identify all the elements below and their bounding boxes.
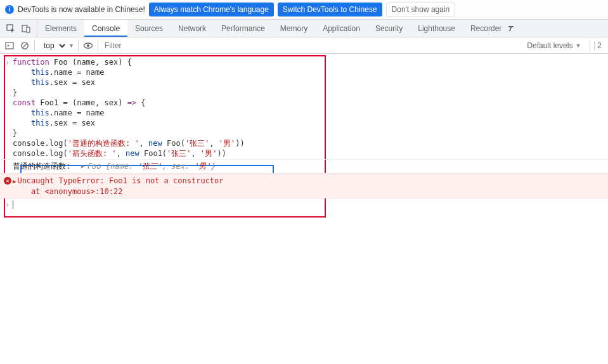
expand-icon[interactable]: ▶: [13, 176, 16, 186]
levels-select[interactable]: Default levels ▼: [522, 41, 586, 50]
tab-elements[interactable]: Elements: [37, 20, 84, 37]
chevron-down-icon: ▼: [68, 42, 74, 49]
inspect-icon[interactable]: [5, 23, 16, 34]
tab-application[interactable]: Application: [315, 20, 368, 37]
divider: [34, 40, 35, 51]
error-icon: ✕: [4, 177, 11, 185]
console-error-row[interactable]: ✕ ▶Uncaught TypeError: Foo1 is not a con…: [0, 174, 608, 198]
console-pane: › function Foo (name, sex) { this.name =…: [0, 54, 608, 210]
console-toolbar: top ▼ Default levels ▼ 2: [0, 37, 608, 54]
toggle-sidebar-icon[interactable]: [4, 40, 15, 51]
clear-console-icon[interactable]: [19, 40, 30, 51]
info-icon: i: [5, 5, 14, 14]
tab-sources[interactable]: Sources: [127, 20, 171, 37]
code-block: function Foo (name, sex) { this.name = n…: [13, 57, 245, 159]
expand-icon[interactable]: ▶: [81, 161, 84, 171]
console-input-row: › function Foo (name, sex) { this.name =…: [0, 56, 608, 159]
tab-network[interactable]: Network: [171, 20, 214, 37]
input-chevron-icon: ›: [4, 58, 11, 68]
text-cursor: [13, 200, 13, 209]
chevron-down-icon: ▼: [575, 42, 581, 49]
match-language-button[interactable]: Always match Chrome's language: [149, 3, 274, 16]
tabs-bar: ElementsConsoleSourcesNetworkPerformance…: [0, 20, 608, 37]
infobar: i DevTools is now available in Chinese! …: [0, 0, 608, 20]
issue-count[interactable]: 2: [594, 41, 604, 50]
divider: [98, 40, 98, 51]
device-toolbar-icon[interactable]: [20, 23, 32, 34]
tab-lighthouse[interactable]: Lighthouse: [410, 20, 463, 37]
tab-memory[interactable]: Memory: [273, 20, 315, 37]
infobar-text: DevTools is now available in Chinese!: [18, 5, 145, 14]
recorder-beta-icon: [505, 23, 517, 34]
context-select[interactable]: top: [39, 39, 67, 52]
tab-console[interactable]: Console: [84, 20, 127, 37]
tab-performance[interactable]: Performance: [214, 20, 273, 37]
tab-recorder[interactable]: Recorder: [463, 20, 509, 37]
console-prompt-row[interactable]: ›: [0, 198, 608, 210]
divider: [78, 40, 79, 51]
filter-input[interactable]: [102, 40, 518, 51]
svg-point-7: [87, 44, 89, 47]
dismiss-button[interactable]: Don't show again: [386, 3, 456, 16]
live-expression-icon[interactable]: [82, 40, 94, 51]
divider: [590, 40, 590, 51]
input-chevron-icon: ›: [4, 200, 11, 210]
switch-chinese-button[interactable]: Switch DevTools to Chinese: [278, 3, 382, 16]
tabs-container: ElementsConsoleSourcesNetworkPerformance…: [37, 20, 509, 37]
console-log-row[interactable]: 普通的构造函数: ▶Foo {name: '张三', sex: '男'}: [0, 159, 608, 174]
tab-security[interactable]: Security: [368, 20, 410, 37]
svg-rect-2: [27, 27, 30, 32]
svg-line-5: [23, 43, 27, 48]
